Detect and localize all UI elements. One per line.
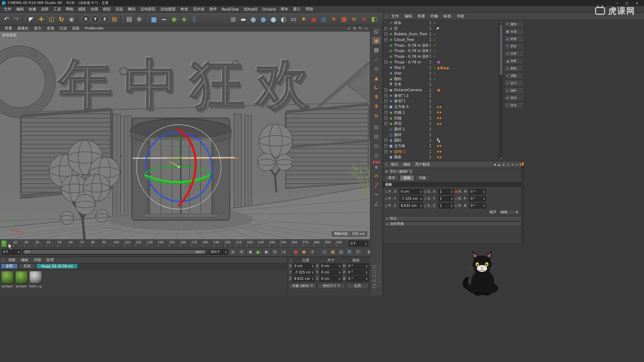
- object-row[interactable]: ♠ Cloud_Tree ✓: [383, 37, 503, 43]
- point-mode-button[interactable]: ∴: [371, 55, 381, 64]
- object-row[interactable]: + 卷帘门: [383, 99, 503, 104]
- expand-toggle[interactable]: [384, 144, 387, 147]
- visibility-dots-icon[interactable]: [428, 150, 432, 153]
- menu-item[interactable]: 动画: [88, 7, 101, 12]
- object-tags[interactable]: ●●: [437, 106, 442, 108]
- expand-toggle[interactable]: [384, 88, 387, 92]
- object-name[interactable]: OctaneCamera: [394, 88, 428, 92]
- attribute-header-icon[interactable]: ⊙: [507, 163, 509, 166]
- object-name[interactable]: 扫描: [394, 116, 428, 121]
- enable-toggle[interactable]: ✓: [432, 77, 437, 81]
- object-row[interactable]: ■ 立方体 ●●: [383, 143, 503, 149]
- object-row[interactable]: + 旋转门 ●●: [383, 149, 503, 155]
- move-tool-icon[interactable]: +: [36, 14, 46, 24]
- z-axis-lock-button[interactable]: Z: [101, 15, 109, 23]
- material-thumbnail[interactable]: [29, 271, 42, 284]
- object-name[interactable]: 随机: [394, 76, 428, 81]
- object-row[interactable]: ◆ 随机 ✓: [383, 76, 503, 82]
- object-row[interactable]: ★ Star.2 ✓ ▲▦▲▲: [383, 65, 503, 71]
- background-button[interactable]: ◐: [278, 14, 288, 24]
- coordinates-section-header[interactable]: 坐标: [383, 182, 524, 187]
- menu-item[interactable]: 文件: [1, 7, 14, 12]
- object-row[interactable]: ⇄ Thuja - 0.78 m 实例 ✓: [383, 54, 503, 59]
- spinner-icon[interactable]: ▲▼: [482, 204, 485, 207]
- object-row[interactable]: ♠ Thuja - 0.78 m ■: [383, 59, 503, 65]
- material-menu-item[interactable]: 纹理: [44, 257, 57, 262]
- spinner-icon[interactable]: ▲▼: [16, 250, 19, 253]
- undo-icon[interactable]: ↶: [1, 14, 11, 24]
- axis-mode-button[interactable]: ∟: [371, 83, 381, 92]
- live-selection-icon[interactable]: ◤: [26, 14, 36, 24]
- timeline-options-button[interactable]: ▤: [366, 249, 370, 255]
- object-manager-menu-item[interactable]: 书签: [454, 14, 467, 19]
- spinner-icon[interactable]: ▲▼: [311, 271, 313, 274]
- object-row[interactable]: ○ 圆环: [383, 132, 503, 138]
- viewport-nav-icon[interactable]: +: [347, 26, 350, 31]
- menu-item[interactable]: 模拟: [101, 7, 113, 12]
- scale-field[interactable]: 1▲▼: [438, 189, 454, 194]
- expand-toggle[interactable]: [384, 133, 388, 136]
- object-manager-menu-item[interactable]: 对象: [428, 14, 441, 19]
- strip-command-button[interactable]: ↕ 内挤: [504, 50, 524, 57]
- size-field[interactable]: 0 cm▲▼: [320, 270, 341, 275]
- enable-toggle[interactable]: ✓: [432, 71, 437, 75]
- expand-toggle[interactable]: [384, 55, 388, 58]
- object-name[interactable]: 文本: [394, 82, 428, 87]
- grid-snap-button[interactable]: ▦: [371, 123, 381, 131]
- menu-item[interactable]: 运动跟踪: [138, 7, 158, 12]
- menu-item[interactable]: 帮助: [303, 7, 316, 12]
- visibility-dots-icon[interactable]: [428, 122, 432, 125]
- spinner-icon[interactable]: ▲▼: [365, 271, 367, 274]
- scale-field[interactable]: 1▲▼: [438, 196, 454, 201]
- psr-zero-label[interactable]: 0: [375, 165, 378, 170]
- target-camera-button[interactable]: ◎: [319, 14, 329, 24]
- visibility-dots-icon[interactable]: [428, 77, 432, 80]
- rotation-field[interactable]: 0 °▲▼: [347, 263, 369, 269]
- next-frame-button[interactable]: ▶: [263, 249, 270, 255]
- enable-toggle[interactable]: ✓: [432, 32, 437, 36]
- attribute-menu-item[interactable]: 模式: [389, 162, 401, 167]
- strip-command-button[interactable]: ⇄ 滑动: [504, 95, 524, 101]
- menu-item[interactable]: 选择: [39, 7, 51, 12]
- environment-button[interactable]: ●: [258, 14, 268, 24]
- object-row[interactable]: ~ 样条 ✓: [383, 20, 503, 26]
- object-row[interactable]: ■ 立方体.5 ●●: [383, 104, 503, 110]
- visibility-dots-icon[interactable]: [428, 88, 432, 92]
- position-field[interactable]: -7.325 cm▲▼: [293, 270, 315, 275]
- camera-button[interactable]: ◉: [309, 14, 319, 24]
- visibility-dots-icon[interactable]: [428, 44, 432, 47]
- menu-item[interactable]: 流水线: [191, 7, 207, 12]
- deformer-button[interactable]: ◊: [189, 14, 199, 24]
- attribute-tab[interactable]: 对象: [415, 175, 430, 181]
- expand-toggle[interactable]: [384, 72, 388, 75]
- visibility-dots-icon[interactable]: [428, 139, 432, 142]
- object-name[interactable]: 卷帘门: [394, 99, 428, 104]
- spinner-icon[interactable]: ▲▼: [419, 204, 422, 207]
- attribute-tab[interactable]: 基本: [384, 175, 399, 181]
- object-name[interactable]: Cloud_Tree: [394, 38, 428, 42]
- plugin-button[interactable]: ◧: [369, 14, 379, 24]
- menu-item[interactable]: RealFlow: [219, 7, 241, 12]
- physical-sky-button[interactable]: ☀: [329, 14, 339, 24]
- sky-button[interactable]: ●: [248, 14, 258, 24]
- y-axis-lock-button[interactable]: Y: [91, 15, 99, 23]
- object-tags[interactable]: ■: [437, 60, 440, 64]
- timeline-ruler[interactable]: 0102030405060708090100110120130140150160…: [0, 239, 370, 247]
- viewport-nav-icon[interactable]: ⇆: [353, 26, 356, 31]
- menu-item[interactable]: 网格: [63, 7, 76, 12]
- visibility-dots-icon[interactable]: [428, 21, 432, 24]
- attribute-header-icon[interactable]: ≡: [511, 163, 514, 166]
- attribute-header-icon[interactable]: ◀: [494, 163, 496, 166]
- object-row[interactable]: + 卷帘门.1: [383, 93, 503, 99]
- object-row[interactable]: ⇄ Thuja - 0.78 m 实例.1 ✓: [383, 48, 503, 54]
- size-mode-dropdown[interactable]: 绝对尺寸▼: [318, 283, 345, 289]
- record-dot-icon[interactable]: [455, 190, 458, 193]
- strip-command-button[interactable]: ↶ 撤销: [504, 21, 524, 27]
- object-name[interactable]: 立方体: [394, 143, 428, 148]
- material-item[interactable]: juniper: [1, 271, 14, 288]
- material-thumbnail[interactable]: [1, 271, 14, 284]
- object-row[interactable]: T 文本: [383, 82, 503, 87]
- scrollbar-thumb[interactable]: [500, 25, 502, 75]
- visibility-dots-icon[interactable]: [428, 156, 432, 159]
- menu-item[interactable]: 渲染: [113, 7, 125, 12]
